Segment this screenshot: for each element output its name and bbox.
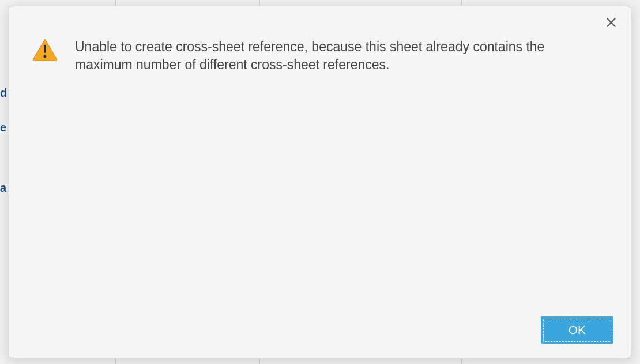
backdrop-text-fragment: a	[0, 181, 6, 195]
svg-point-3	[44, 55, 47, 58]
dialog-footer: OK	[541, 316, 613, 344]
backdrop-text-fragment: d	[0, 86, 7, 100]
error-dialog: Unable to create cross-sheet reference, …	[9, 6, 631, 358]
svg-rect-2	[44, 45, 46, 53]
warning-icon	[32, 38, 58, 61]
dialog-content: Unable to create cross-sheet reference, …	[9, 6, 631, 97]
close-icon	[605, 17, 617, 31]
backdrop-text-fragment: e	[0, 121, 6, 134]
dialog-message: Unable to create cross-sheet reference, …	[75, 38, 577, 74]
ok-button[interactable]: OK	[541, 316, 613, 344]
close-button[interactable]	[604, 17, 618, 31]
